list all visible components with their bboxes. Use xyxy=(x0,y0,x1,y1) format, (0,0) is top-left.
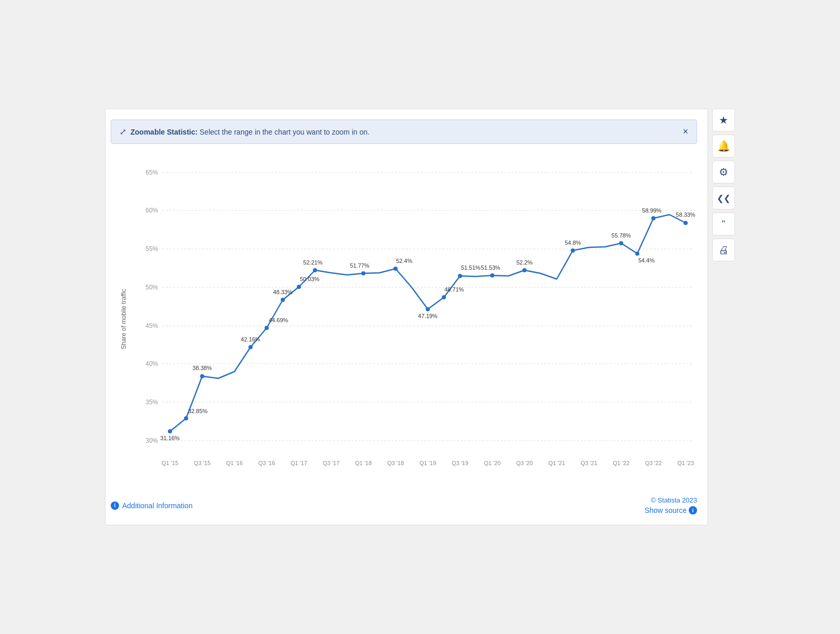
info-icon: i xyxy=(111,501,119,510)
additional-info-label: Additional Information xyxy=(122,501,192,510)
y-axis-label: Share of mobile traffic xyxy=(120,289,127,350)
svg-text:Q3 '22: Q3 '22 xyxy=(645,460,662,466)
svg-text:Q3 '18: Q3 '18 xyxy=(387,460,404,466)
svg-text:50%: 50% xyxy=(146,284,158,291)
svg-text:Q3 '20: Q3 '20 xyxy=(516,460,533,466)
datapoint-32 xyxy=(684,221,688,225)
svg-text:Q3 '19: Q3 '19 xyxy=(452,460,468,466)
svg-text:35%: 35% xyxy=(146,399,158,406)
svg-text:42.16%: 42.16% xyxy=(241,336,260,342)
show-source-button[interactable]: Show source i xyxy=(645,506,697,514)
notification-button[interactable]: 🔔 xyxy=(712,135,735,157)
svg-text:Q1 '17: Q1 '17 xyxy=(291,460,307,466)
svg-text:30%: 30% xyxy=(146,437,158,444)
star-icon: ★ xyxy=(719,114,728,126)
datapoint-12 xyxy=(361,271,365,275)
additional-info-button[interactable]: i Additional Information xyxy=(111,501,192,510)
datapoint-8 xyxy=(297,285,301,289)
svg-text:58.99%: 58.99% xyxy=(642,207,662,214)
print-icon: 🖨 xyxy=(718,244,729,256)
quote-button[interactable]: " xyxy=(712,213,735,235)
svg-text:Q3 '21: Q3 '21 xyxy=(581,460,597,466)
svg-text:51.51%: 51.51% xyxy=(461,265,481,271)
svg-text:Q1 '16: Q1 '16 xyxy=(226,460,243,466)
chart-svg[interactable]: 65% 60% 55% 50% 45% xyxy=(137,154,697,482)
datapoint-5 xyxy=(248,345,253,349)
svg-text:31.16%: 31.16% xyxy=(160,435,180,441)
side-toolbar: ★ 🔔 ⚙ ❮❮ " 🖨 xyxy=(712,109,735,261)
svg-text:48.71%: 48.71% xyxy=(444,286,464,293)
zoom-close-button[interactable]: × xyxy=(682,126,688,137)
gear-icon: ⚙ xyxy=(719,166,728,178)
share-button[interactable]: ❮❮ xyxy=(712,187,735,209)
show-source-label: Show source xyxy=(645,506,687,514)
zoom-banner-text: Zoomable Statistic: Select the range in … xyxy=(130,128,370,136)
chart-container: ⤢ Zoomable Statistic: Select the range i… xyxy=(105,109,708,525)
datapoint-7 xyxy=(281,298,285,302)
page-wrapper: ⤢ Zoomable Statistic: Select the range i… xyxy=(105,109,735,525)
svg-text:Q1 '21: Q1 '21 xyxy=(548,460,565,466)
svg-text:52.21%: 52.21% xyxy=(303,259,323,266)
svg-text:48.33%: 48.33% xyxy=(273,289,293,295)
svg-text:45%: 45% xyxy=(146,322,158,329)
svg-text:51.77%: 51.77% xyxy=(350,262,370,269)
svg-text:Q1 '23: Q1 '23 xyxy=(677,460,694,466)
quote-icon: " xyxy=(722,219,725,230)
svg-text:54.8%: 54.8% xyxy=(565,240,581,246)
print-button[interactable]: 🖨 xyxy=(712,239,735,261)
svg-text:44.69%: 44.69% xyxy=(269,317,288,323)
datapoint-0 xyxy=(168,429,172,433)
svg-text:52.4%: 52.4% xyxy=(396,258,412,264)
svg-text:Q3 '15: Q3 '15 xyxy=(194,460,211,466)
datapoint-22 xyxy=(522,268,527,272)
svg-rect-0 xyxy=(141,154,692,482)
svg-text:47.19%: 47.19% xyxy=(418,313,438,319)
footer-right: © Statista 2023 Show source i xyxy=(645,496,697,514)
datapoint-16 xyxy=(426,307,430,311)
svg-text:50.03%: 50.03% xyxy=(300,276,320,282)
svg-text:52.2%: 52.2% xyxy=(516,259,532,266)
chart-area: Share of mobile traffic xyxy=(111,154,697,484)
svg-text:51.53%: 51.53% xyxy=(481,265,501,271)
svg-text:Q1 '19: Q1 '19 xyxy=(419,460,436,466)
svg-text:55%: 55% xyxy=(146,245,158,253)
svg-text:Q1 '18: Q1 '18 xyxy=(355,460,372,466)
zoom-banner-left: ⤢ Zoomable Statistic: Select the range i… xyxy=(120,127,370,137)
zoom-label-bold: Zoomable Statistic: xyxy=(130,128,198,136)
bell-icon: 🔔 xyxy=(717,140,730,152)
chart-footer: i Additional Information © Statista 2023… xyxy=(111,492,697,514)
datapoint-14 xyxy=(393,267,398,271)
svg-text:Q1 '22: Q1 '22 xyxy=(613,460,629,466)
datapoint-17 xyxy=(442,295,446,299)
svg-text:Q1 '15: Q1 '15 xyxy=(162,460,178,466)
svg-text:Q3 '16: Q3 '16 xyxy=(258,460,275,466)
svg-text:60%: 60% xyxy=(146,207,158,214)
svg-text:65%: 65% xyxy=(146,169,158,176)
datapoint-29 xyxy=(635,252,639,256)
datapoint-20 xyxy=(490,273,494,278)
datapoint-6 xyxy=(265,326,269,330)
svg-text:32.85%: 32.85% xyxy=(188,408,208,414)
datapoint-9 xyxy=(313,268,317,272)
zoom-icon: ⤢ xyxy=(120,127,126,137)
datapoint-30 xyxy=(651,216,655,220)
settings-button[interactable]: ⚙ xyxy=(712,161,735,183)
zoom-label-text: Select the range in the chart you want t… xyxy=(198,128,370,136)
svg-text:40%: 40% xyxy=(146,360,158,367)
svg-text:54.4%: 54.4% xyxy=(638,257,654,263)
datapoint-18 xyxy=(458,274,462,278)
svg-text:Q3 '17: Q3 '17 xyxy=(323,460,339,466)
statista-copyright: © Statista 2023 xyxy=(651,496,697,504)
datapoint-25 xyxy=(571,248,575,253)
svg-text:38.38%: 38.38% xyxy=(192,365,212,371)
svg-text:58.33%: 58.33% xyxy=(676,212,695,218)
datapoint-28 xyxy=(619,241,623,245)
svg-text:55.78%: 55.78% xyxy=(611,232,631,239)
zoom-banner: ⤢ Zoomable Statistic: Select the range i… xyxy=(111,120,697,144)
source-info-icon: i xyxy=(689,506,697,514)
svg-text:Q1 '20: Q1 '20 xyxy=(484,460,501,466)
star-button[interactable]: ★ xyxy=(712,109,735,131)
share-icon: ❮❮ xyxy=(717,193,730,203)
datapoint-2 xyxy=(200,374,204,378)
datapoint-1 xyxy=(184,416,188,420)
